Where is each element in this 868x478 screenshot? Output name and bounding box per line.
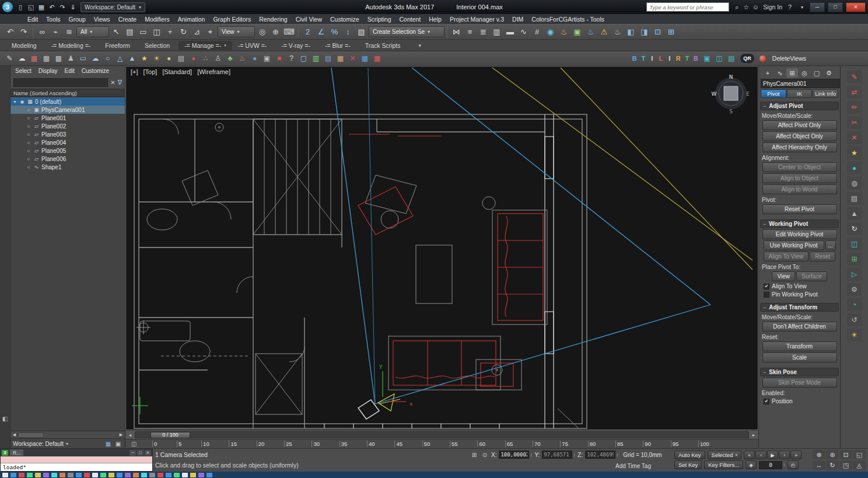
ribbon-minimize-icon[interactable]: ▾ [419, 43, 422, 48]
menu-item[interactable]: Rendering [255, 15, 291, 23]
selection-filter-dropdown[interactable]: All▾ [76, 26, 109, 37]
taskbar-icon[interactable] [27, 473, 33, 477]
dock-icon[interactable]: ⇄ [847, 86, 862, 99]
plugin-toolbar-icon[interactable]: ▦ [371, 53, 383, 65]
position-checkbox[interactable]: ✔ [764, 399, 769, 404]
menu-item[interactable]: Civil View [292, 15, 326, 23]
plugin-toolbar-icon[interactable]: ✎ [4, 53, 16, 65]
taskbar-icon[interactable] [19, 473, 24, 477]
toolbar-icon[interactable]: ≣ [477, 25, 490, 39]
quick-access-icon[interactable]: ▦ [36, 2, 47, 12]
qr-button[interactable]: QR [740, 54, 754, 63]
compass-north-label[interactable]: N [729, 74, 733, 80]
auto-key-button[interactable]: Auto Key [674, 451, 705, 459]
use-working-pivot-button[interactable]: Use Working Pivot [764, 240, 824, 250]
workspace-bar[interactable]: Workspace: Default ▾ ▦▣ [10, 438, 125, 448]
command-panel-tab[interactable]: + [762, 68, 774, 78]
ik-tab[interactable]: IK [787, 89, 813, 98]
toolbar-icon[interactable]: ↶ [4, 25, 17, 39]
help-menu[interactable]: ? [785, 4, 794, 11]
slider-right-icon[interactable]: ▸ [750, 432, 757, 438]
taskbar-icon[interactable] [100, 473, 106, 477]
toolbar-icon[interactable]: ⚠ [597, 25, 611, 39]
quick-access-icon[interactable]: ↷ [57, 2, 68, 12]
menu-item[interactable]: Group [65, 15, 90, 23]
listener-output[interactable]: loaded* [1, 463, 152, 471]
rollout-header[interactable]: − Skin Pose [760, 368, 839, 376]
visibility-icon[interactable]: ○ [26, 165, 32, 170]
scene-object-row[interactable]: ○ ▱ Plane005 [10, 146, 125, 155]
place-pivot-surface-button[interactable]: Surface [796, 271, 827, 281]
ribbon-tab[interactable]: Selection [139, 41, 178, 50]
viewport-nav-icon[interactable]: ◳ [839, 460, 852, 470]
plugin-toolbar-icon[interactable]: ● [187, 53, 200, 65]
workspace-dropdown[interactable]: Workspace: Default ▾ [80, 2, 145, 12]
dock-icon[interactable]: ✎ [847, 71, 862, 83]
viewport-tab-icon[interactable]: ◧ [2, 416, 8, 422]
toolbar-icon[interactable]: ⊞ [664, 25, 678, 39]
plugin-toolbar-icon[interactable]: ▦ [359, 53, 371, 65]
plugin-toolbar-icon[interactable]: ▩ [52, 53, 65, 65]
dock-icon[interactable]: ◍ [847, 177, 862, 190]
reference-coordinate-dropdown[interactable]: View▾ [218, 26, 255, 37]
dock-icon[interactable]: ▷ [847, 268, 862, 281]
menu-item[interactable]: Edit [23, 15, 42, 23]
listener-tab[interactable]: R... [10, 449, 23, 456]
align-to-object-button[interactable]: Align to Object [762, 173, 837, 183]
menu-item[interactable]: Project Manager v.3 [446, 15, 508, 23]
expand-arrow-icon[interactable]: ▼ [12, 100, 18, 104]
script-button[interactable]: B [691, 53, 700, 64]
selected-objects[interactable] [349, 134, 543, 386]
time-slider-track[interactable]: 0 / 100 [135, 431, 749, 438]
taskbar-icon[interactable] [149, 473, 155, 477]
taskbar-icon[interactable] [190, 473, 196, 477]
toolbar-icon[interactable]: ▭ [136, 25, 150, 39]
dock-icon[interactable]: ⊞ [847, 253, 862, 266]
ribbon-tab[interactable]: -= V-ray =- [275, 41, 319, 50]
reset-scale-button[interactable]: Scale [762, 353, 837, 362]
plugin-toolbar-icon[interactable]: ▤ [725, 53, 737, 65]
taskbar-icon[interactable] [68, 473, 74, 477]
dock-icon[interactable]: ◫ [847, 238, 862, 250]
playback-icon[interactable]: › [779, 451, 790, 459]
dock-icon[interactable]: ☀ [847, 329, 862, 341]
viewport-pov-menu[interactable]: [Top] [144, 68, 158, 75]
toolbar-icon[interactable]: ↻ [177, 25, 190, 39]
ribbon-tab[interactable]: -= Modeling =- [46, 41, 100, 50]
script-button[interactable]: T [682, 53, 691, 64]
snap-icon[interactable]: ↕ [341, 25, 355, 39]
toolbar-icon[interactable]: ◨ [638, 25, 651, 39]
script-button[interactable]: I [648, 53, 656, 64]
dock-icon[interactable]: ▲ [847, 207, 862, 220]
taskbar-icon[interactable] [133, 473, 139, 477]
toolbar-icon[interactable]: ▤ [123, 25, 136, 39]
toolbar-icon[interactable]: ♨ [557, 25, 570, 39]
menu-item[interactable]: DIM [508, 15, 527, 23]
skin-pose-mode-button[interactable]: Skin Pose Mode [762, 378, 837, 388]
scene-explorer-menu-item[interactable]: Customize [78, 67, 113, 75]
titlebar-icon[interactable]: ☆ [741, 4, 751, 11]
taskbar-icon[interactable] [51, 473, 57, 477]
toolbar-icon[interactable]: ≋ [62, 25, 76, 39]
taskbar-icon[interactable] [10, 473, 16, 477]
menu-item[interactable]: Create [114, 15, 141, 23]
menu-item[interactable]: Scripting [363, 15, 396, 23]
viewport-per-view-menu[interactable]: [Standard] [162, 68, 192, 75]
spinner-icon[interactable]: ↕ [573, 452, 575, 458]
affect-object-only-button[interactable]: Affect Object Only [762, 131, 837, 141]
playback-icon[interactable]: ‹ [755, 451, 766, 459]
scene-object-row[interactable]: ○ ▣ PhysCamera001 [10, 106, 125, 114]
clear-search-icon[interactable]: ✕ [110, 79, 115, 86]
filter-icon[interactable]: ∇ [118, 79, 122, 86]
script-button[interactable]: B [630, 53, 639, 64]
plugin-toolbar-icon[interactable]: ▲ [126, 53, 138, 65]
toolbar-icon[interactable]: ↷ [17, 25, 30, 39]
plugin-toolbar-icon[interactable]: ▭ [77, 53, 89, 65]
taskbar-icon[interactable] [43, 473, 49, 477]
minimize-button[interactable]: ─ [810, 2, 825, 12]
spinner-icon[interactable]: ↕ [616, 452, 618, 458]
add-time-tag[interactable]: Add Time Tag [615, 463, 651, 469]
quick-access-icon[interactable]: ▯ [15, 2, 26, 12]
command-panel-tab[interactable]: ∿ [774, 68, 786, 78]
align-to-view-button[interactable]: Align To View [764, 252, 809, 261]
